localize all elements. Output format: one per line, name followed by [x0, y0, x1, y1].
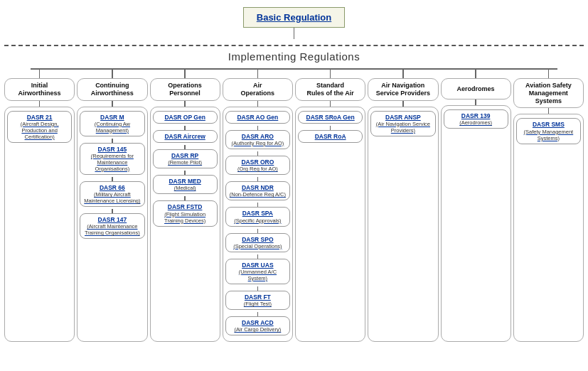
col-unit-aerodromes: AerodromesDASR 139(Aerodromes): [441, 68, 511, 342]
col-title-initial-airworthiness: InitialAirworthiness: [4, 78, 75, 101]
page: Basic Regulation Implementing Regulation…: [0, 0, 588, 349]
col-unit-aviation-safety: Aviation SafetyManagement SystemsDASR SM…: [513, 68, 584, 342]
item-connector: [257, 254, 259, 259]
item-sub-label: (Medical): [156, 185, 214, 191]
col-title-continuing-airworthiness: ContinuingAirworthiness: [77, 78, 147, 101]
col-down-line-aerodromes: [475, 68, 476, 78]
item-main-label: DASR RP: [156, 152, 214, 159]
col-body-aerodromes: DASR 139(Aerodromes): [441, 105, 511, 342]
item-box[interactable]: DASR 145(Requirements forMaintenanceOrga…: [80, 143, 144, 175]
item-box[interactable]: DASR SRoA Gen: [298, 111, 363, 124]
col-title-aerodromes: Aerodromes: [441, 78, 511, 100]
item-box[interactable]: DASR 147(Aircraft MaintenanceTraining Or…: [80, 213, 144, 239]
item-box[interactable]: DASR NDR(Non-Defence Reg A/C): [225, 181, 290, 200]
col-body-air-nav-service: DASR ANSP(Air Navigation ServiceProvider…: [368, 107, 438, 343]
item-box[interactable]: DASR 139(Aerodromes): [444, 109, 508, 129]
col-title-connector-air-operations: [257, 101, 259, 107]
item-box[interactable]: DASR FSTD(Flight SimulationTraining Devi…: [153, 200, 218, 226]
item-box[interactable]: DASR ACD(Air Cargo Delivery): [225, 316, 290, 335]
col-title-air-operations: AirOperations: [223, 78, 293, 101]
item-main-label: DASR ANSP: [374, 114, 432, 121]
col-down-line-standard-rules: [330, 68, 331, 78]
col-title-connector-continuing-airworthiness: [112, 101, 113, 107]
item-main-label: DASR AO Gen: [229, 114, 287, 121]
item-box[interactable]: DASR ORO(Org Reg for AO): [225, 156, 290, 175]
col-unit-continuing-airworthiness: ContinuingAirworthinessDASR M(Continuing…: [77, 68, 147, 342]
col-down-line-initial-airworthiness: [39, 68, 41, 78]
item-sub-label: (Aircraft MaintenanceTraining Organisati…: [83, 223, 141, 236]
item-main-label: DASR MED: [156, 178, 214, 185]
item-main-label: DASR ARO: [229, 133, 287, 140]
item-box[interactable]: DASR AO Gen: [225, 111, 290, 124]
col-body-aviation-safety: DASR SMS(Safety ManagementSystems): [513, 114, 584, 342]
col-title-connector-operations-personnel: [184, 101, 186, 107]
item-sub-label: (Authority Reg for AO): [229, 140, 287, 146]
col-body-initial-airworthiness: DASR 21(Aircraft Design,Production andCe…: [4, 107, 75, 343]
top-vert-connector: [4, 28, 584, 39]
item-box[interactable]: DASR UAS(Unmanned A/CSystem): [225, 259, 290, 284]
item-sub-label: (Aerodromes): [447, 119, 505, 126]
item-main-label: DASR 21: [11, 114, 68, 121]
item-main-label: DASR OP Gen: [156, 114, 214, 121]
item-box[interactable]: DASR SMS(Safety ManagementSystems): [516, 118, 581, 144]
col-title-connector-aerodromes: [475, 100, 476, 105]
basic-regulation-box[interactable]: Basic Regulation: [243, 7, 345, 28]
item-main-label: DASR SRoA Gen: [301, 114, 359, 121]
item-box[interactable]: DASR SPA(Specific Approvals): [225, 207, 290, 226]
col-body-continuing-airworthiness: DASR M(Continuing AwManagement)DASR 145(…: [77, 107, 147, 343]
item-box[interactable]: DASR MED(Medical): [153, 175, 218, 194]
all-columns: InitialAirworthinessDASR 21(Aircraft Des…: [4, 68, 584, 342]
item-main-label: DASR ORO: [229, 158, 287, 166]
item-main-label: DASR FT: [229, 294, 287, 301]
item-sub-label: (Military AircraftMaintenance Licensing): [83, 191, 141, 204]
item-box[interactable]: DASR FT(Flight Test): [225, 291, 290, 310]
col-title-connector-aviation-safety: [548, 108, 550, 114]
item-sub-label: (Org Reg for AO): [229, 166, 287, 172]
item-main-label: DASR 147: [83, 216, 141, 223]
item-box[interactable]: DASR ANSP(Air Navigation ServiceProvider…: [370, 111, 435, 136]
item-sub-label: (Air Navigation ServiceProviders): [374, 121, 432, 134]
item-sub-label: (Continuing AwManagement): [83, 121, 141, 134]
item-box[interactable]: DASR RP(Remote Pilot): [153, 149, 218, 168]
item-main-label: DASR SPO: [229, 236, 287, 243]
col-down-line-operations-personnel: [184, 68, 186, 78]
col-unit-air-nav-service: Air NavigationService ProvidersDASR ANSP…: [368, 68, 438, 342]
col-title-connector-air-nav-service: [402, 101, 404, 107]
item-main-label: DASR 145: [83, 146, 141, 153]
item-box[interactable]: DASR ARO(Authority Reg for AO): [225, 130, 290, 149]
col-unit-air-operations: AirOperationsDASR AO GenDASR ARO(Authori…: [223, 68, 293, 342]
item-box[interactable]: DASR OP Gen: [153, 111, 218, 124]
item-sub-label: (Flight SimulationTraining Devices): [156, 211, 214, 224]
item-box[interactable]: DASR SPO(Special Operations): [225, 233, 290, 252]
col-body-air-operations: DASR AO GenDASR ARO(Authority Reg for AO…: [223, 107, 293, 343]
col-down-line-continuing-airworthiness: [112, 68, 113, 78]
dashed-separator: [4, 45, 584, 46]
item-connector: [112, 139, 113, 143]
col-unit-standard-rules: StandardRules of the AirDASR SRoA GenDAS…: [295, 68, 365, 342]
item-main-label: DASR FSTD: [156, 203, 214, 210]
item-main-label: DASR RoA: [301, 133, 359, 140]
item-main-label: DASR 139: [447, 112, 505, 119]
col-title-operations-personnel: OperationsPersonnel: [150, 78, 220, 101]
item-sub-label: (Requirements forMaintenanceOrganisation…: [83, 153, 141, 172]
item-main-label: DASR SPA: [229, 210, 287, 217]
item-sub-label: (Remote Pilot): [156, 159, 214, 166]
item-box[interactable]: DASR Aircrew: [153, 130, 218, 143]
item-box[interactable]: DASR 21(Aircraft Design,Production andCe…: [7, 111, 72, 143]
item-sub-label: (Safety ManagementSystems): [520, 129, 577, 141]
item-main-label: DASR Aircrew: [156, 133, 214, 140]
item-main-label: DASR M: [83, 114, 141, 121]
col-title-standard-rules: StandardRules of the Air: [295, 78, 365, 101]
item-box[interactable]: DASR RoA: [298, 130, 363, 143]
col-down-line-aviation-safety: [548, 68, 550, 78]
col-unit-operations-personnel: OperationsPersonnelDASR OP GenDASR Aircr…: [150, 68, 220, 342]
item-box[interactable]: DASR 66(Military AircraftMaintenance Lic…: [80, 181, 144, 207]
item-connector: [330, 126, 331, 130]
item-sub-label: (Special Operations): [229, 243, 287, 249]
item-connector: [257, 229, 259, 233]
item-sub-label: (Aircraft Design,Production andCertifica…: [11, 121, 68, 140]
item-box[interactable]: DASR M(Continuing AwManagement): [80, 111, 144, 136]
col-body-standard-rules: DASR SRoA GenDASR RoA: [295, 107, 365, 343]
top-vert-line: [294, 28, 295, 39]
item-main-label: DASR ACD: [229, 319, 287, 326]
